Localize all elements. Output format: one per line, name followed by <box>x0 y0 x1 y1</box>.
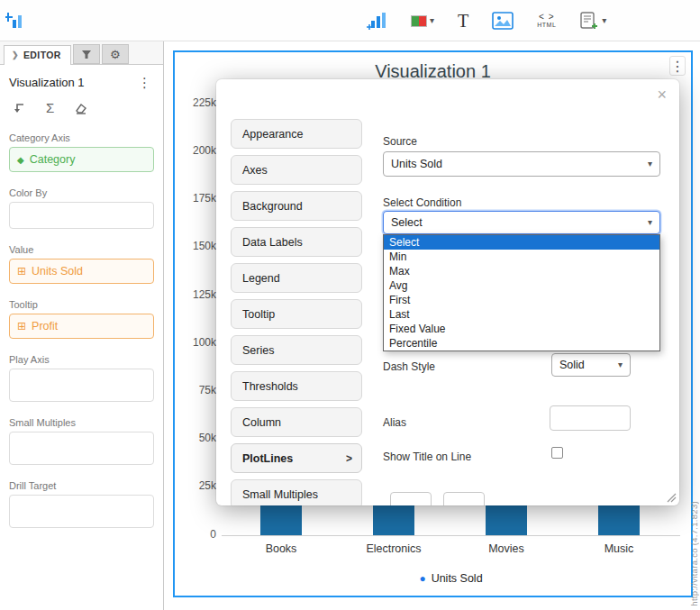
chevron-right-icon: > <box>346 452 352 465</box>
field-chip-category[interactable]: ◆ Category <box>9 147 154 172</box>
y-axis-tick: 75k <box>177 384 216 396</box>
option-min[interactable]: Min <box>384 250 659 264</box>
legend-item-units-sold[interactable]: ● Units Sold <box>222 572 680 585</box>
tab-column[interactable]: Column <box>231 407 362 437</box>
resize-handle-icon[interactable] <box>667 493 677 503</box>
tab-series[interactable]: Series <box>231 335 362 365</box>
x-axis-label: Movies <box>452 542 560 555</box>
vitara-watermark-link[interactable]: http://vitara.co (4.7.1.823) <box>689 501 699 606</box>
drill-target-dropzone[interactable] <box>9 495 154 528</box>
tab-small-multiples[interactable]: Small Multiples <box>231 479 362 505</box>
pivot-tool-button[interactable] <box>13 102 26 114</box>
text-tool-icon: T <box>458 11 468 32</box>
tab-filter[interactable] <box>73 44 100 64</box>
y-axis-tick: 150k <box>177 240 216 252</box>
tab-legend[interactable]: Legend <box>231 263 362 293</box>
chip-label: Category <box>30 153 76 166</box>
editor-tab-label: EDITOR <box>23 50 61 60</box>
option-fixed-value[interactable]: Fixed Value <box>384 322 659 336</box>
color-by-dropzone[interactable] <box>9 202 154 229</box>
field-group-small-multiples: Small Multiples <box>9 417 154 465</box>
condition-options-list: Select Min Max Avg First Last Fixed Valu… <box>383 234 660 351</box>
template-add-icon <box>579 11 599 31</box>
chevron-down-icon: ▾ <box>618 360 623 369</box>
corner-arrow-icon <box>13 102 26 114</box>
text-tool-button[interactable]: T <box>458 11 468 32</box>
option-select[interactable]: Select <box>384 235 659 250</box>
field-group-play-axis: Play Axis <box>9 354 154 402</box>
show-title-checkbox[interactable] <box>551 447 563 459</box>
y-axis-tick: 225k <box>177 96 216 109</box>
condition-select[interactable]: Select ▾ <box>383 211 660 234</box>
html-tool-button[interactable]: < > HTML <box>537 13 556 29</box>
tab-label: PlotLines <box>242 452 293 465</box>
tab-plotlines[interactable]: PlotLines > <box>231 443 362 473</box>
option-last[interactable]: Last <box>384 307 659 322</box>
modal-footer-button-2[interactable] <box>443 492 485 505</box>
dash-style-label: Dash Style <box>383 360 435 373</box>
alias-input[interactable] <box>550 405 631 431</box>
field-label: Small Multiples <box>9 417 154 428</box>
tab-axes[interactable]: Axes <box>231 155 362 185</box>
tab-appearance[interactable]: Appearance <box>231 119 362 149</box>
insert-image-button[interactable] <box>492 12 514 30</box>
tab-thresholds[interactable]: Thresholds <box>231 371 362 401</box>
chevron-down-icon: ▾ <box>602 16 606 25</box>
tab-label: Column <box>242 416 281 429</box>
tab-label: Series <box>242 344 274 357</box>
filter-icon <box>81 50 92 59</box>
metric-icon: ⊞ <box>17 265 26 278</box>
play-axis-dropzone[interactable] <box>9 369 154 402</box>
settings-tab-list: Appearance Axes Background Data Labels L… <box>231 119 364 505</box>
y-axis-tick: 200k <box>177 144 216 157</box>
field-group-tooltip: Tooltip ⊞ Profit <box>9 299 154 339</box>
tab-tooltip[interactable]: Tooltip <box>231 299 362 329</box>
gear-icon: ⚙ <box>110 49 121 60</box>
option-first[interactable]: First <box>384 293 659 307</box>
aggregate-tool-button[interactable]: Σ <box>46 100 54 115</box>
sidebar-tabs: ❯ EDITOR ⚙ <box>0 41 163 65</box>
modal-footer-button-1[interactable] <box>390 492 432 505</box>
color-swatch-icon <box>411 15 427 27</box>
x-axis-label: Music <box>565 542 673 555</box>
tab-data-labels[interactable]: Data Labels <box>231 227 362 257</box>
source-label: Source <box>383 135 417 148</box>
field-chip-units-sold[interactable]: ⊞ Units Sold <box>9 259 154 284</box>
x-axis-line <box>222 535 680 536</box>
chevron-down-icon: ▾ <box>430 16 434 25</box>
small-multiples-dropzone[interactable] <box>9 432 154 465</box>
tab-editor[interactable]: ❯ EDITOR <box>4 45 71 65</box>
option-max[interactable]: Max <box>384 264 659 278</box>
dash-style-select[interactable]: Solid ▾ <box>551 353 631 377</box>
tab-label: Data Labels <box>242 236 303 249</box>
field-group-color-by: Color By <box>9 187 154 229</box>
close-icon[interactable]: × <box>657 86 667 103</box>
insert-chart-button[interactable] <box>366 10 387 32</box>
add-template-button[interactable]: ▾ <box>579 11 606 31</box>
chart-menu-button[interactable]: ⋮ <box>669 56 686 76</box>
app-logo-icon[interactable] <box>5 11 25 31</box>
tab-settings[interactable]: ⚙ <box>102 44 129 64</box>
tab-background[interactable]: Background <box>231 191 362 221</box>
option-percentile[interactable]: Percentile <box>384 336 659 351</box>
field-label: Value <box>9 244 154 255</box>
visualization-name: Visualization 1 <box>9 76 85 89</box>
field-label: Color By <box>9 187 154 198</box>
color-picker-button[interactable]: ▾ <box>411 15 434 27</box>
y-axis-tick: 175k <box>177 192 216 205</box>
image-icon <box>492 12 514 30</box>
source-select[interactable]: Units Sold ▾ <box>383 151 660 177</box>
tab-label: Legend <box>242 272 280 285</box>
visualization-menu-button[interactable]: ⋮ <box>135 76 154 89</box>
editor-sidebar: ❯ EDITOR ⚙ Visualization 1 ⋮ Σ <box>0 41 164 610</box>
x-axis-label: Electronics <box>340 542 448 555</box>
option-avg[interactable]: Avg <box>384 278 659 293</box>
chip-label: Units Sold <box>32 265 83 278</box>
y-axis-tick: 50k <box>177 432 216 444</box>
field-chip-profit[interactable]: ⊞ Profit <box>9 314 154 339</box>
chip-label: Profit <box>32 320 58 332</box>
field-group-value: Value ⊞ Units Sold <box>9 244 154 284</box>
condition-label: Select Condition <box>383 196 461 209</box>
clear-tool-button[interactable] <box>74 102 88 114</box>
chevron-down-icon: ▾ <box>648 218 652 227</box>
